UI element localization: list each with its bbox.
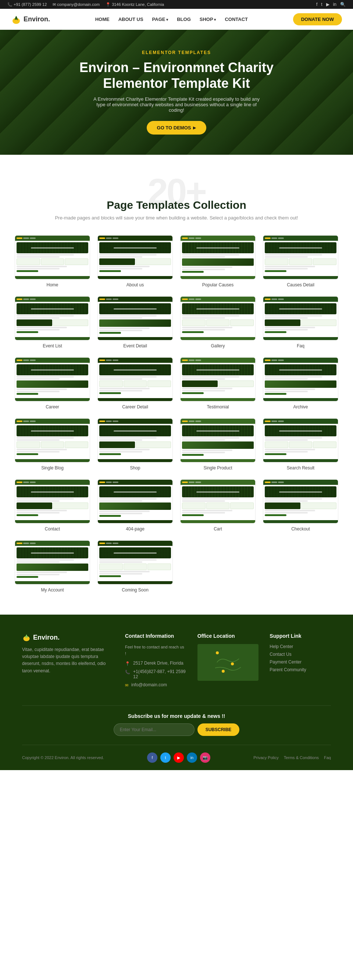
newsletter-form: SUBSCRIBE [22,724,331,736]
email-icon: ✉ [125,683,128,688]
footer-link-parent[interactable]: Parent Community [270,667,331,672]
fb-icon[interactable]: f [316,2,317,7]
template-label: Event Detail [123,343,147,348]
template-card[interactable]: Shop [97,418,173,471]
template-card[interactable]: Coming Soon [97,540,173,593]
template-thumb [180,357,256,401]
template-thumb [180,418,256,463]
footer-support-title: Support Link [270,633,331,639]
nav-about[interactable]: ABOUT US [118,16,143,22]
footer-contact-cta: Feel free to contact and reach us ! [125,644,186,657]
footer-divider-2 [22,745,331,745]
address-info: 📍 3146 Koontz Lane, California [105,2,164,7]
template-card[interactable]: Gallery [180,296,256,348]
footer-facebook-icon[interactable]: f [147,752,157,763]
footer-contact-email: ✉ info@domain.com [125,682,186,688]
template-label: Checkout [291,527,310,531]
template-thumb [97,540,173,584]
template-card[interactable]: Causes Detail [263,235,338,288]
template-card[interactable]: Single Product [180,418,256,471]
main-nav: HOME ABOUT US PAGE BLOG SHOP CONTACT [95,16,248,22]
template-grid: Home [15,235,338,593]
template-thumb [15,479,90,523]
template-label: Home [46,282,58,288]
template-thumb [15,418,90,463]
template-label: My Account [41,587,64,593]
template-card[interactable]: 404-page [97,479,173,531]
header: Environ. HOME ABOUT US PAGE BLOG SHOP CO… [0,9,353,30]
footer-faq-link[interactable]: Faq [324,756,331,760]
template-card[interactable]: Single Blog [15,418,90,471]
footer-link-contact[interactable]: Contact Us [270,652,331,657]
template-thumb [97,357,173,401]
template-thumb [263,357,338,401]
footer-contact-address: 📍 2517 Derek Drive, Florida [125,660,186,666]
template-card[interactable]: Event List [15,296,90,348]
template-card[interactable]: Career Detail [97,357,173,409]
template-card[interactable]: Archive [263,357,338,409]
li-icon[interactable]: in [333,2,336,7]
footer-link-help[interactable]: Help Center [270,644,331,649]
email-info: ✉ company@domain.com [52,2,100,7]
tw-icon[interactable]: t [321,2,322,7]
footer-instagram-icon[interactable]: 📷 [200,752,210,763]
template-label: Event List [43,343,62,348]
donate-button[interactable]: DONATE NOW [293,13,342,25]
footer-privacy-link[interactable]: Privacy Policy [253,756,278,760]
template-card[interactable]: About us [97,235,173,288]
footer-contact-phone: 📞 +1(456)827-887, +91 2599 12 [125,669,186,679]
template-thumb [97,296,173,340]
phone-icon: 📞 [125,670,130,675]
footer: Environ. Vitae, cupiditate repudiandae, … [0,615,353,770]
copyright-text: Copyright © 2022 Environ. All rights res… [22,756,104,760]
template-card[interactable]: Home [15,235,90,288]
nav-home[interactable]: HOME [95,16,110,22]
template-card[interactable]: Career [15,357,90,409]
hero-cta-button[interactable]: GO TO DEMOS [147,121,207,135]
template-card[interactable]: Checkout [263,479,338,531]
footer-logo-icon [22,633,31,642]
template-card[interactable]: My Account [15,540,90,593]
template-thumb [15,235,90,279]
footer-newsletter: Subscribe us for more update & news !! S… [22,713,331,736]
section-title: Page Templates Collection [15,199,338,212]
newsletter-email-input[interactable] [114,724,194,736]
newsletter-subscribe-button[interactable]: SUBSCRIBE [197,724,240,736]
footer-bottom-links: Privacy Policy Terms & Conditions Faq [253,756,331,760]
template-card[interactable]: Popular Causes [180,235,256,288]
template-label: Single Blog [41,465,64,471]
template-label: Career Detail [122,404,148,409]
template-thumb [263,479,338,523]
template-thumb [15,296,90,340]
template-card[interactable]: Search Result [263,418,338,471]
nav-blog[interactable]: BLOG [177,16,191,22]
logo[interactable]: Environ. [11,14,50,25]
footer-link-payment[interactable]: Payment Center [270,659,331,665]
yt-icon[interactable]: ▶ [326,2,329,7]
template-card[interactable]: Faq [263,296,338,348]
footer-youtube-icon[interactable]: ▶ [173,752,184,763]
template-label: Shop [130,465,140,471]
template-card[interactable]: Contact [15,479,90,531]
template-label: Testimonial [207,404,229,409]
newsletter-title: Subscribe us for more update & news !! [22,713,331,719]
template-thumb [263,235,338,279]
template-card[interactable]: Testimonial [180,357,256,409]
template-card[interactable]: Cart [180,479,256,531]
nav-page[interactable]: PAGE [152,16,169,22]
search-icon[interactable]: 🔍 [340,2,346,7]
footer-office-title: Office Location [197,633,259,639]
template-label: Career [46,404,59,409]
footer-contact-col: Contact Information Feel free to contact… [125,633,186,691]
footer-twitter-icon[interactable]: t [160,752,171,763]
footer-bottom: Copyright © 2022 Environ. All rights res… [22,752,331,763]
top-bar-left: 📞 +91 (877) 2599 12 ✉ company@domain.com… [7,2,164,7]
nav-contact[interactable]: CONTACT [225,16,248,22]
footer-about-col: Environ. Vitae, cupiditate repudiandae, … [22,633,114,691]
footer-terms-link[interactable]: Terms & Conditions [284,756,319,760]
footer-office-col: Office Location [197,633,259,691]
footer-linkedin-icon[interactable]: in [187,752,197,763]
nav-shop[interactable]: SHOP [200,16,216,22]
footer-divider [22,705,331,706]
template-card[interactable]: Event Detail [97,296,173,348]
